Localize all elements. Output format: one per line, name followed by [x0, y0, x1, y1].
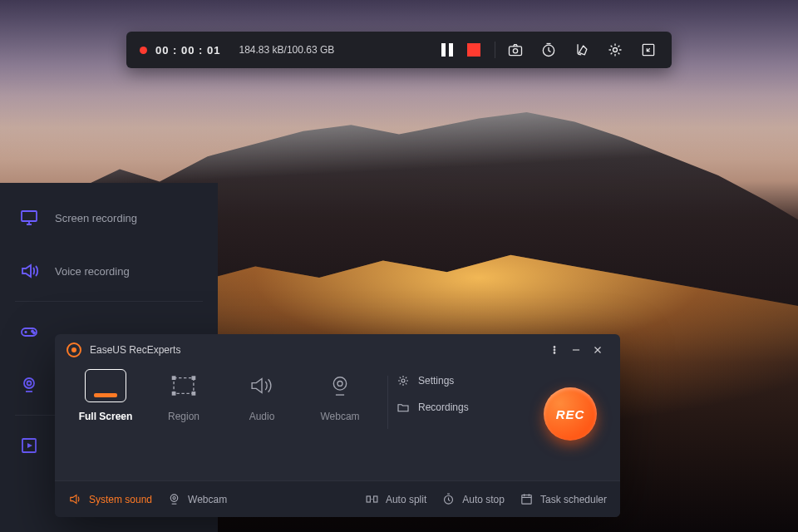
divider [387, 376, 388, 429]
svg-rect-16 [172, 377, 175, 379]
webcam-icon [18, 374, 40, 396]
svg-rect-28 [522, 495, 531, 505]
svg-point-12 [554, 347, 555, 348]
more-vertical-icon [549, 344, 560, 356]
svg-point-24 [173, 497, 175, 500]
record-button-label: REC [556, 407, 585, 421]
app-titlebar: EaseUS RecExperts [55, 334, 620, 366]
stop-icon [467, 43, 480, 57]
pen-icon [574, 42, 590, 58]
gear-icon [607, 42, 623, 58]
link-label: Settings [418, 375, 454, 387]
toggle-system-sound[interactable]: System sound [68, 492, 152, 506]
bottom-label: Auto split [386, 494, 426, 505]
link-label: Recordings [418, 401, 469, 413]
svg-point-8 [33, 332, 35, 334]
gamepad-icon [18, 321, 40, 342]
gear-icon [397, 374, 410, 387]
folder-icon [397, 401, 410, 414]
mode-label: Webcam [320, 411, 359, 422]
monitor-icon [18, 207, 40, 229]
sidebar-item-voice-recording[interactable]: Voice recording [0, 244, 218, 298]
mode-webcam[interactable]: Webcam [301, 369, 379, 422]
minimize-icon [570, 344, 582, 356]
app-title: EaseUS RecExperts [90, 344, 180, 356]
sidebar-item-label: Voice recording [55, 265, 130, 278]
app-panel: EaseUS RecExperts Full Screen Region [55, 334, 620, 517]
webcam-small-icon [167, 492, 181, 506]
record-indicator-icon [140, 47, 147, 54]
svg-rect-26 [374, 496, 377, 502]
toggle-auto-stop[interactable]: Auto stop [441, 492, 505, 506]
pause-icon [441, 43, 453, 57]
split-icon [365, 492, 379, 506]
mode-full-screen[interactable]: Full Screen [66, 369, 145, 422]
timer-button[interactable] [540, 42, 557, 58]
close-icon [592, 344, 603, 356]
more-button[interactable] [544, 339, 565, 361]
annotate-button[interactable] [574, 42, 590, 58]
toggle-webcam[interactable]: Webcam [167, 492, 227, 506]
sidebar-item-label: Screen recording [55, 212, 137, 224]
record-timer: 00 : 00 : 01 [155, 44, 221, 57]
svg-point-13 [554, 349, 555, 351]
audio-icon [241, 369, 283, 402]
link-recordings[interactable]: Recordings [397, 401, 469, 414]
svg-rect-15 [174, 378, 194, 394]
mode-region[interactable]: Region [145, 369, 223, 422]
svg-point-10 [27, 382, 32, 386]
settings-button[interactable] [607, 42, 623, 58]
svg-point-14 [554, 352, 555, 354]
svg-point-20 [333, 377, 346, 390]
divider [15, 301, 203, 302]
stop-button[interactable] [465, 41, 483, 59]
calendar-icon [520, 492, 534, 506]
svg-rect-19 [192, 392, 195, 395]
task-scheduler-button[interactable]: Task scheduler [520, 492, 607, 506]
svg-point-21 [337, 381, 342, 386]
svg-point-23 [170, 495, 178, 502]
timer-small-icon [441, 492, 456, 506]
svg-point-22 [401, 379, 405, 382]
mode-label: Full Screen [79, 411, 133, 422]
clock-icon [540, 42, 557, 58]
app-logo-icon [66, 342, 81, 357]
region-icon [163, 369, 204, 402]
svg-rect-25 [367, 496, 370, 502]
mode-audio[interactable]: Audio [223, 369, 301, 422]
svg-rect-5 [22, 211, 37, 221]
bottom-toolbar: System sound Webcam Auto split Auto stop… [55, 480, 620, 517]
link-settings[interactable]: Settings [397, 374, 469, 387]
full-screen-icon [85, 369, 126, 402]
svg-point-9 [24, 378, 34, 388]
close-button[interactable] [587, 339, 608, 361]
speaker-icon [18, 260, 40, 282]
svg-point-1 [513, 49, 517, 53]
toggle-auto-split[interactable]: Auto split [365, 492, 426, 506]
bottom-label: Auto stop [462, 494, 505, 505]
webcam-mode-icon [319, 369, 361, 402]
svg-point-3 [613, 48, 618, 52]
sidebar-item-screen-recording[interactable]: Screen recording [0, 191, 218, 244]
storage-label: 184.83 kB/100.63 GB [239, 44, 335, 56]
screenshot-button[interactable] [507, 42, 524, 58]
svg-rect-18 [172, 392, 175, 395]
minimize-to-tray-button[interactable] [640, 42, 657, 58]
pause-button[interactable] [438, 41, 456, 59]
record-button[interactable]: REC [544, 387, 597, 441]
mode-label: Audio [249, 411, 275, 422]
collapse-icon [640, 42, 657, 58]
recording-toolbar: 00 : 00 : 01 184.83 kB/100.63 GB [126, 32, 672, 68]
mode-label: Region [168, 411, 200, 422]
speaker-on-icon [68, 492, 82, 506]
svg-rect-0 [510, 47, 522, 56]
bottom-label: Webcam [188, 494, 227, 505]
divider [495, 42, 495, 58]
svg-rect-17 [192, 377, 195, 379]
minimize-button[interactable] [565, 339, 587, 361]
camera-icon [507, 42, 524, 58]
bottom-label: Task scheduler [540, 494, 607, 505]
bottom-label: System sound [89, 494, 152, 505]
play-square-icon [18, 435, 40, 456]
